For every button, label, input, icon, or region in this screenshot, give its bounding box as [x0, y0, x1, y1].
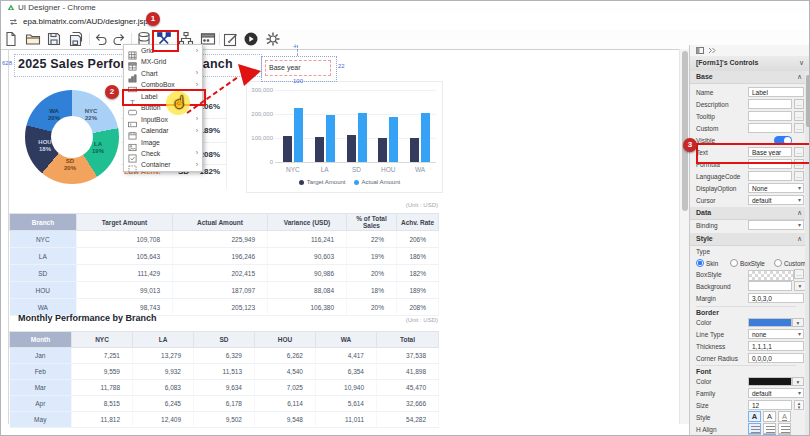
new-file-button[interactable]	[3, 31, 19, 47]
more-button[interactable]: …	[794, 111, 804, 121]
prop-label: Background	[696, 283, 731, 290]
data-grid[interactable]: MonthNYCLASDHOUWATotalJan7,25113,2796,32…	[9, 331, 439, 428]
underline-button[interactable]: A	[778, 411, 791, 422]
radio-skin[interactable]: Skin	[696, 259, 718, 267]
bar-chart[interactable]: 300,000200,000100,0000NYCLASDHOUWATarget…	[246, 81, 443, 193]
align-right-button[interactable]	[778, 423, 791, 434]
settings-button[interactable]	[265, 31, 281, 47]
cursor-select[interactable]: default▾	[748, 195, 804, 205]
tooltip-input[interactable]	[748, 111, 792, 121]
open-folder-button[interactable]	[25, 31, 41, 47]
dock-icon[interactable]	[696, 47, 704, 54]
chevron-down-icon[interactable]: ∨	[799, 59, 804, 67]
radio-boxstyle[interactable]: BoxStyle	[730, 259, 765, 267]
edit-button[interactable]	[223, 31, 239, 47]
legend-dot-icon	[354, 180, 359, 185]
window-title: UI Designer - Chrome	[18, 3, 96, 12]
selection-width-hint: 100	[265, 78, 331, 84]
more-button[interactable]: …	[794, 159, 804, 169]
section-data[interactable]: Data ∧	[690, 207, 806, 220]
font-size-input[interactable]: 12	[748, 400, 792, 410]
more-button[interactable]: …	[794, 171, 804, 181]
align-center-button[interactable]	[763, 423, 776, 434]
radio-custom[interactable]: Custom	[774, 259, 806, 267]
visible-toggle[interactable]	[774, 136, 792, 145]
more-button[interactable]: …	[794, 147, 804, 157]
save-all-button[interactable]	[68, 31, 84, 47]
canvas-scrollbar[interactable]	[679, 49, 689, 424]
selection-height-hint: 22	[338, 63, 345, 69]
prop-label: Family	[696, 390, 715, 397]
menu-item-label[interactable]: TLabel	[124, 91, 202, 102]
bold-button[interactable]: A	[748, 411, 761, 422]
app-icon	[7, 4, 15, 12]
italic-button[interactable]: A	[763, 411, 776, 422]
chevron-up-icon[interactable]: ∧	[797, 235, 802, 243]
text-input[interactable]: Base year	[748, 147, 792, 157]
menu-item-image[interactable]: Image	[124, 137, 202, 148]
boxstyle-swatch[interactable]	[748, 270, 794, 281]
panel-scrollbar-thumb[interactable]	[806, 75, 810, 127]
bar-target-amount	[410, 138, 419, 162]
prop-row-margin: Margin 3,0,3,0	[690, 293, 806, 305]
section-base-title: Base	[696, 73, 713, 80]
column-header: WA	[316, 332, 377, 348]
panel-header[interactable]: [Form1]'s Controls ∨	[690, 56, 810, 72]
menu-item-container[interactable]: Container›	[124, 159, 202, 170]
table-cell: NYC	[10, 231, 77, 248]
menu-item-combobox[interactable]: ComboBox›	[124, 79, 202, 90]
font-size-stepper[interactable]: ▴▾	[794, 400, 804, 410]
margin-input[interactable]: 3,0,3,0	[748, 293, 804, 303]
menu-item-grid[interactable]: Grid›	[124, 45, 202, 56]
panel-scrollbar[interactable]	[805, 71, 810, 436]
chevron-down-icon[interactable]: ▾	[792, 318, 804, 327]
legend-label: Actual Amount	[362, 179, 401, 185]
name-input[interactable]: Label	[748, 87, 804, 97]
base-year-label[interactable]: Base year	[265, 60, 331, 76]
url-bar[interactable]: epa.bimatrix.com/AUD/designer.jsp	[1, 14, 810, 30]
column-header: Achv. Rate	[397, 214, 439, 231]
donut-chart[interactable]: NYC22%LA19%SD20%HOU18%WA20%	[25, 90, 119, 184]
table-cell: 90,986	[268, 265, 347, 282]
binding-select[interactable]: ▾	[748, 220, 804, 230]
custom-input[interactable]	[748, 123, 792, 133]
more-button[interactable]: …	[794, 99, 804, 109]
menu-item-button[interactable]: Button	[124, 102, 202, 113]
displayoption-select[interactable]: None▾	[748, 183, 804, 193]
description-input[interactable]	[748, 99, 792, 109]
chevron-down-icon[interactable]: ▾	[792, 377, 804, 386]
formula-input[interactable]	[748, 159, 792, 169]
languagecode-input[interactable]	[748, 171, 792, 181]
align-left-button[interactable]	[748, 423, 761, 434]
section-base[interactable]: Base ∧	[690, 71, 806, 84]
collapse-icon[interactable]	[708, 47, 716, 54]
linetype-select[interactable]: none▾	[748, 329, 804, 339]
menu-item-check[interactable]: Check›	[124, 148, 202, 159]
menu-item-mx-grid[interactable]: MX-Grid	[124, 56, 202, 67]
corner-radius-input[interactable]: 0,0,0,0	[748, 353, 804, 363]
save-button[interactable]	[46, 31, 62, 47]
swap-icon[interactable]	[9, 18, 18, 26]
menu-item-chart[interactable]: Chart›	[124, 68, 202, 79]
more-button[interactable]: …	[794, 269, 804, 279]
data-grid[interactable]: BranchTarget AmountActual AmountVariance…	[9, 213, 439, 316]
font-family-select[interactable]: default▾	[748, 388, 804, 398]
table-cell: 54,282	[377, 412, 439, 428]
canvas-scrollbar-thumb[interactable]	[682, 51, 688, 211]
menu-item-inputbox[interactable]: InputBox›	[124, 114, 202, 125]
font-color-swatch[interactable]	[748, 377, 792, 386]
chevron-up-icon[interactable]: ∧	[797, 209, 802, 217]
design-canvas[interactable]: 628 2025 Sales Performance by Branch NYC…	[1, 49, 679, 424]
undo-button[interactable]	[93, 31, 109, 47]
run-button[interactable]	[243, 31, 259, 47]
thickness-input[interactable]: 1,1,1,1	[748, 341, 804, 351]
prop-row-cursor: Cursor default▾	[690, 195, 806, 207]
background-input[interactable]	[748, 281, 792, 291]
section-style[interactable]: Style ∧	[690, 233, 806, 246]
cursor-highlight: ☝	[166, 91, 190, 115]
chevron-up-icon[interactable]: ∧	[797, 73, 802, 81]
menu-item-calendar[interactable]: Calendar›	[124, 125, 202, 136]
border-color-swatch[interactable]	[748, 318, 792, 327]
more-button[interactable]: …	[794, 123, 804, 133]
url-text[interactable]: epa.bimatrix.com/AUD/designer.jsp	[23, 17, 148, 26]
